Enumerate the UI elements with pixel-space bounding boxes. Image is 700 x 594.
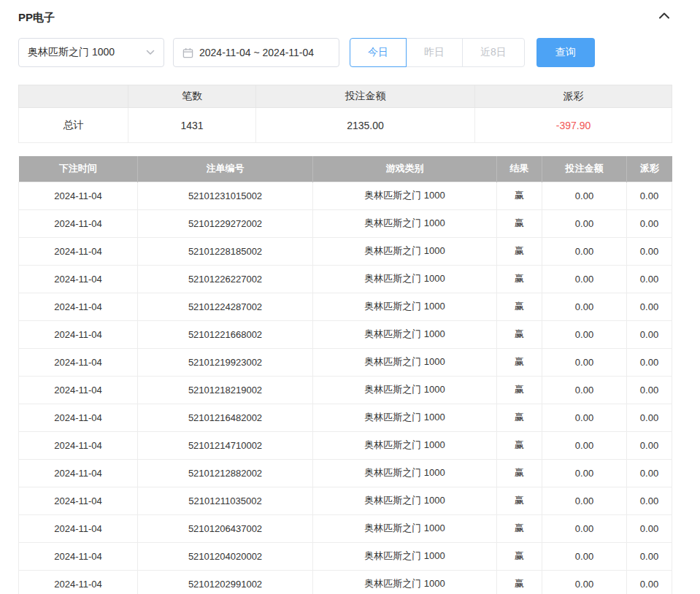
bet-time-cell: 2024-11-04 [19, 542, 138, 570]
bet-amount-cell: 0.00 [542, 209, 627, 237]
table-row: 2024-11-0452101231015002奥林匹斯之门 1000赢0.00… [19, 182, 672, 209]
summary-header-row: 笔数 投注金额 派彩 [19, 85, 672, 108]
payout-cell: 0.00 [627, 293, 672, 320]
search-button[interactable]: 查询 [536, 38, 595, 67]
date-range-value: 2024-11-04 ~ 2024-11-04 [199, 47, 314, 58]
payout-cell: 0.00 [627, 182, 672, 209]
result-cell: 赢 [497, 404, 542, 431]
order-number-cell: 52101211035002 [138, 487, 313, 514]
result-cell: 赢 [497, 487, 542, 514]
table-row: 2024-11-0452101219923002奥林匹斯之门 1000赢0.00… [19, 348, 672, 376]
date-range-input[interactable]: 2024-11-04 ~ 2024-11-04 [173, 38, 339, 67]
bet-amount-cell: 0.00 [542, 514, 627, 542]
bet-time-cell: 2024-11-04 [19, 265, 138, 293]
game-category-cell: 奥林匹斯之门 1000 [313, 514, 497, 542]
bet-amount-cell: 0.00 [542, 293, 627, 320]
result-cell: 赢 [497, 348, 542, 376]
today-button[interactable]: 今日 [350, 38, 407, 67]
table-row: 2024-11-0452101226227002奥林匹斯之门 1000赢0.00… [19, 265, 672, 293]
collapse-button[interactable] [657, 9, 672, 26]
summary-payout-value: -397.90 [475, 108, 672, 143]
result-cell: 赢 [497, 431, 542, 459]
bet-amount-cell: 0.00 [542, 570, 627, 594]
bet-time-cell: 2024-11-04 [19, 348, 138, 376]
table-row: 2024-11-0452101218219002奥林匹斯之门 1000赢0.00… [19, 376, 672, 404]
bet-amount-cell: 0.00 [542, 542, 627, 570]
result-cell: 赢 [497, 514, 542, 542]
summary-header-count: 笔数 [128, 85, 256, 108]
order-number-cell: 52101206437002 [138, 514, 313, 542]
bet-amount-cell: 0.00 [542, 265, 627, 293]
bet-amount-cell: 0.00 [542, 376, 627, 404]
order-number-cell: 52101212882002 [138, 459, 313, 487]
payout-cell: 0.00 [627, 348, 672, 376]
bet-time-cell: 2024-11-04 [19, 320, 138, 348]
payout-cell: 0.00 [627, 459, 672, 487]
col-header-payout: 派彩 [627, 156, 672, 182]
table-row: 2024-11-0452101216482002奥林匹斯之门 1000赢0.00… [19, 404, 672, 431]
result-cell: 赢 [497, 542, 542, 570]
game-category-cell: 奥林匹斯之门 1000 [313, 182, 497, 209]
game-category-cell: 奥林匹斯之门 1000 [313, 293, 497, 320]
payout-cell: 0.00 [627, 320, 672, 348]
col-header-result: 结果 [497, 156, 542, 182]
chevron-down-icon [146, 50, 155, 55]
bet-amount-cell: 0.00 [542, 459, 627, 487]
payout-cell: 0.00 [627, 237, 672, 265]
result-cell: 赢 [497, 237, 542, 265]
order-number-cell: 52101224287002 [138, 293, 313, 320]
col-header-bet-time: 下注时间 [19, 156, 138, 182]
game-category-cell: 奥林匹斯之门 1000 [313, 320, 497, 348]
calendar-icon [182, 47, 193, 58]
game-category-cell: 奥林匹斯之门 1000 [313, 570, 497, 594]
bet-amount-cell: 0.00 [542, 487, 627, 514]
order-number-cell: 52101202991002 [138, 570, 313, 594]
summary-total-label: 总计 [19, 108, 128, 143]
table-row: 2024-11-0452101229272002奥林匹斯之门 1000赢0.00… [19, 209, 672, 237]
result-cell: 赢 [497, 293, 542, 320]
payout-cell: 0.00 [627, 404, 672, 431]
order-number-cell: 52101216482002 [138, 404, 313, 431]
last-8-days-button[interactable]: 近8日 [462, 38, 525, 67]
result-cell: 赢 [497, 376, 542, 404]
bet-time-cell: 2024-11-04 [19, 376, 138, 404]
bet-time-cell: 2024-11-04 [19, 431, 138, 459]
pp-dianzi-panel: PP电子 奥林匹斯之门 1000 2024-11-04 ~ 2024-11-04… [0, 0, 700, 594]
table-row: 2024-11-0452101204020002奥林匹斯之门 1000赢0.00… [19, 542, 672, 570]
bet-amount-cell: 0.00 [542, 182, 627, 209]
yesterday-button[interactable]: 昨日 [406, 38, 463, 67]
table-row: 2024-11-0452101212882002奥林匹斯之门 1000赢0.00… [19, 459, 672, 487]
chevron-up-icon [658, 11, 670, 24]
col-header-bet-amount: 投注金额 [542, 156, 627, 182]
game-category-cell: 奥林匹斯之门 1000 [313, 542, 497, 570]
order-number-cell: 52101219923002 [138, 348, 313, 376]
bet-time-cell: 2024-11-04 [19, 459, 138, 487]
payout-cell: 0.00 [627, 570, 672, 594]
result-cell: 赢 [497, 570, 542, 594]
bet-amount-cell: 0.00 [542, 320, 627, 348]
bet-table-header-row: 下注时间 注单编号 游戏类别 结果 投注金额 派彩 [19, 156, 672, 182]
payout-cell: 0.00 [627, 542, 672, 570]
summary-count-value: 1431 [128, 108, 256, 143]
table-row: 2024-11-0452101214710002奥林匹斯之门 1000赢0.00… [19, 431, 672, 459]
bet-amount-cell: 0.00 [542, 431, 627, 459]
bet-time-cell: 2024-11-04 [19, 570, 138, 594]
table-row: 2024-11-0452101211035002奥林匹斯之门 1000赢0.00… [19, 487, 672, 514]
game-category-cell: 奥林匹斯之门 1000 [313, 459, 497, 487]
game-select[interactable]: 奥林匹斯之门 1000 [18, 38, 164, 67]
summary-header-payout: 派彩 [475, 85, 672, 108]
game-category-cell: 奥林匹斯之门 1000 [313, 237, 497, 265]
payout-cell: 0.00 [627, 265, 672, 293]
summary-total-row: 总计 1431 2135.00 -397.90 [19, 108, 672, 143]
summary-table: 笔数 投注金额 派彩 总计 1431 2135.00 -397.90 [18, 85, 672, 143]
payout-cell: 0.00 [627, 431, 672, 459]
table-row: 2024-11-0452101202991002奥林匹斯之门 1000赢0.00… [19, 570, 672, 594]
col-header-game-category: 游戏类别 [313, 156, 497, 182]
result-cell: 赢 [497, 209, 542, 237]
table-row: 2024-11-0452101228185002奥林匹斯之门 1000赢0.00… [19, 237, 672, 265]
game-category-cell: 奥林匹斯之门 1000 [313, 431, 497, 459]
panel-header: PP电子 [18, 7, 672, 28]
order-number-cell: 52101226227002 [138, 265, 313, 293]
game-category-cell: 奥林匹斯之门 1000 [313, 404, 497, 431]
game-category-cell: 奥林匹斯之门 1000 [313, 487, 497, 514]
